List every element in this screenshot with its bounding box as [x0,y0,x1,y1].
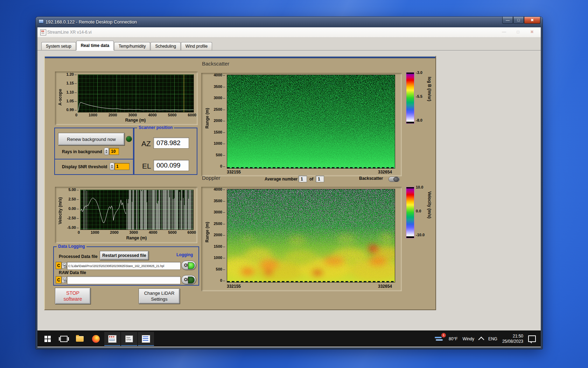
rays-value-field[interactable]: 10 [109,148,119,155]
language-indicator[interactable]: ENG [488,336,497,341]
raw-browse-icon[interactable] [62,277,66,283]
tab-scheduling[interactable]: Scheduling [150,42,180,50]
background-controls-panel: Renew background now Rays in background … [54,128,134,175]
velocity-y-ticks: 5.00 2.50 0.00 -2.50 -5.00 [63,188,79,230]
raw-drive-badge[interactable]: C [56,276,62,284]
renew-background-button[interactable]: Renew background now [58,133,125,145]
axis-tick: 500 [216,267,225,271]
change-lidar-settings-button[interactable]: Change LiDAR Settings [139,288,180,304]
axis-tick: 4000 [148,113,156,117]
snr-spinner[interactable] [110,163,114,170]
data-list-app-button[interactable] [138,332,154,346]
doppler-title: Doppler [202,175,220,181]
axis-tick: 0 [75,113,77,117]
el-value-field[interactable]: 000.099 [153,160,189,171]
scan-scheduler-button[interactable]: Scansched [121,332,137,346]
logging-label: Logging [176,252,193,257]
streamline-app-button[interactable] [104,332,120,346]
graph-cursor[interactable] [184,75,184,112]
start-button[interactable] [40,332,56,346]
raw-data-file-label: RAW Data file [59,270,86,275]
processed-browse-icon[interactable] [62,263,66,268]
rays-spinner[interactable] [104,148,109,155]
tab-wind-profile[interactable]: Wind profile [181,42,212,50]
renew-background-led [126,136,132,142]
tab-system-setup[interactable]: System setup [41,42,76,50]
file-explorer-button[interactable] [72,332,88,346]
rdp-window-controls: — □ ✖ [502,17,540,24]
axis-tick: 3000 [214,210,225,214]
task-view-button[interactable] [56,332,72,346]
axis-tick: 1500 [214,244,225,248]
tab-real-time-data[interactable]: Real time data [76,41,114,50]
close-button[interactable]: ✖ [524,17,540,24]
axis-tick: 0 [78,230,80,234]
doppler-time-start: 332155 [227,284,241,289]
weather-condition[interactable]: Windy [463,336,474,341]
snr-value-field[interactable]: 1 [114,163,130,170]
raw-path-field[interactable] [67,276,181,284]
ascope-x-axis-label: Range (m) [78,118,193,123]
snr-threshold-label: Display SNR threshold [62,164,107,169]
axis-tick: 0.99 [66,108,77,112]
raw-logging-off-button[interactable]: OFF [181,275,196,284]
vi-titlebar[interactable]: StreamLine XR v14-6.vi — □ ✖ [37,27,541,38]
tab-temp-humidity[interactable]: Temp/humidity [114,42,150,50]
axis-tick: 2000 [214,118,225,123]
weather-temp[interactable]: 80°F [449,336,457,341]
axis-tick: -8.0 [416,118,422,122]
processed-drive-badge[interactable]: C [56,262,62,269]
velocity-y-axis-label: Velocity (m/s) [58,193,63,228]
taskbar-apps: Scansched [40,331,154,347]
axis-tick: 0 [220,164,225,168]
tray-chevron-icon[interactable] [478,336,484,342]
panel-top-ridge [45,56,435,58]
axis-tick: 1000 [91,230,99,234]
backscatter-time-start: 332155 [227,170,241,175]
stop-software-button[interactable]: STOP software [55,288,91,304]
vi-minimize-button[interactable]: — [499,29,509,35]
vi-maximize-button[interactable]: □ [513,29,523,35]
velocity-graph: Velocity (m/s) 5.00 2.50 0.00 -2.50 -5.0… [55,187,197,243]
average-total-field[interactable]: 1 [316,176,324,182]
vi-close-button[interactable]: ✖ [527,29,537,35]
rays-in-background-label: Rays in background [62,149,102,154]
notification-badge: 1 [441,333,446,338]
axis-tick: 1.20 [66,72,77,76]
divider [55,159,133,159]
backscatter-graph: Range (m) 4000 3500 3000 2500 2000 1500 … [201,73,402,176]
change-line1: Change LiDAR [144,290,175,296]
axis-tick: 5000 [168,230,176,234]
ground-return-line [227,167,395,168]
front-panel: A-scope 1.20 1.15 1.10 1.05 0.99 [37,50,541,331]
weather-icon[interactable]: 1 [435,335,444,342]
restart-processed-file-button[interactable]: Restart processed file [100,251,149,260]
rdp-titlebar[interactable]: 192.168.0.122 - Remote Desktop Connectio… [36,17,542,27]
backscatter-toggle[interactable] [388,177,400,182]
ascope-plot [78,74,194,113]
axis-tick: 1500 [214,130,225,134]
stop-line1: STOP [66,290,79,296]
doppler-y-axis-label: Range (m) [205,222,210,243]
change-line2: Settings [151,296,168,302]
processed-path-field[interactable]: C:\Lidar\Data\Proc\2023\202308\20230825\… [67,262,181,270]
firefox-icon [92,335,100,343]
backscatter-toggle-label: Backscatter [359,176,383,181]
maximize-button[interactable]: □ [513,17,524,24]
average-number-field[interactable]: 1 [299,176,307,182]
az-value-field[interactable]: 078.982 [153,137,189,149]
minimize-button[interactable]: — [502,17,513,24]
axis-tick: 3000 [128,113,137,117]
axis-tick: 1.10 [66,90,77,94]
scan-scheduler-icon: Scansched [125,335,133,342]
notification-center-icon[interactable] [528,335,536,342]
clock[interactable]: 21:50 25/08/2023 [502,334,523,344]
stop-line2: software [64,296,82,302]
axis-tick: -10.0 [416,233,425,237]
clock-time: 21:50 [502,334,523,339]
velocity-trace [80,190,193,230]
processed-logging-on-button[interactable]: ON [181,261,196,270]
desktop: 192.168.0.122 - Remote Desktop Connectio… [0,0,588,368]
axis-tick: 2000 [214,233,225,237]
firefox-button[interactable] [88,332,104,346]
